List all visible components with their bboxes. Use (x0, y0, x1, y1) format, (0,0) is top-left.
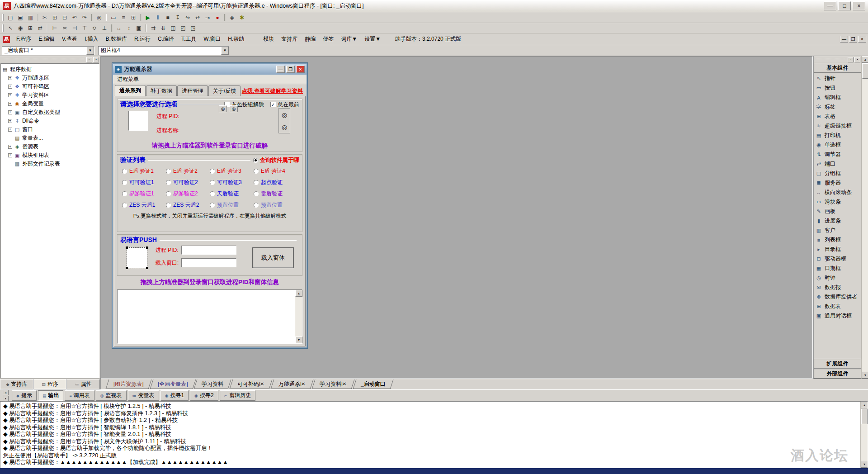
load-window-input[interactable] (181, 258, 236, 267)
scope-button-1[interactable]: ◎ (219, 105, 227, 112)
panel-close-button[interactable]: × (854, 57, 860, 62)
menu-item[interactable]: V.查看 (58, 34, 81, 44)
toolbar-icon[interactable]: ↶ (70, 13, 80, 22)
document-tab[interactable]: [全局变量表] (150, 379, 195, 389)
panel-float-button[interactable]: ▫ (86, 57, 92, 62)
panel-grip[interactable] (3, 59, 84, 61)
verify-radio[interactable]: 起点验证 (254, 179, 297, 186)
output-tab[interactable]: ◆ 提示 (12, 390, 37, 401)
verify-radio[interactable]: 天盾验证 (210, 190, 254, 198)
output-close-button[interactable]: × (3, 390, 9, 395)
radio-icon[interactable] (166, 169, 171, 174)
toolbar-icon[interactable]: ⊣ (70, 24, 80, 33)
aimer-drag-box[interactable] (128, 111, 148, 131)
output-pin-button[interactable]: ▪ (3, 396, 9, 401)
tree-root[interactable]: ▤ 程序数据 (2, 65, 98, 74)
radio-icon[interactable] (166, 180, 171, 185)
toolbar-icon[interactable] (47, 24, 48, 32)
scroll-down-icon[interactable]: ▼ (295, 337, 302, 343)
output-tab[interactable]: ◉ 搜寻2 (190, 390, 218, 401)
option-checkbox[interactable]: 总在最前 (270, 101, 299, 109)
radio-icon[interactable] (122, 169, 127, 174)
toolbar-icon[interactable]: ■ (163, 13, 173, 22)
toolbar-icon[interactable] (224, 14, 225, 21)
left-panel-tab[interactable]: ▤ 程序 (33, 379, 67, 389)
toolbar-icon[interactable]: ↫ (193, 13, 203, 22)
component-item[interactable]: ▮ 进度条 (815, 216, 861, 226)
output-scrollbar[interactable]: ▲ ▼ (860, 402, 868, 468)
component-item[interactable]: ◉ 单选框 (815, 140, 861, 150)
toolbar-grip[interactable] (2, 14, 4, 21)
mdi-close-button[interactable]: × (858, 36, 866, 43)
tree-item[interactable]: + ▦ 外部文件记录表 (2, 160, 98, 168)
tree-expander-icon[interactable]: + (8, 85, 12, 89)
verify-radio[interactable]: 可可验证2 (166, 179, 210, 186)
menu-item[interactable]: I.插入 (81, 34, 102, 44)
toolbar-icon[interactable]: ⊞ (25, 24, 35, 33)
tree-expander-icon[interactable]: + (8, 128, 12, 132)
radio-icon[interactable] (254, 191, 259, 196)
tree-item[interactable]: + ❖ 万能通杀区 (2, 74, 98, 82)
verify-radio[interactable]: ZES 云盾2 (166, 201, 210, 209)
output-log[interactable]: ◆ 易语言助手提醒您：启用☆官方插件 [ 模块守护 1.2.5 ] - 精易科技… (0, 402, 860, 468)
form-minimize-button[interactable]: — (276, 66, 285, 73)
radio-icon[interactable] (254, 180, 259, 185)
edit-scrollbar[interactable]: ▲ ▼ (295, 290, 302, 343)
document-tab[interactable]: [图片资源表] (106, 379, 151, 389)
verify-radio[interactable]: E盾 验证4 (254, 167, 297, 175)
toolbar-icon[interactable]: ✂ (40, 13, 50, 22)
control-select-combo[interactable]: 图片框4 ▼ (98, 46, 229, 55)
tree-expander-icon[interactable]: + (8, 102, 12, 106)
component-item[interactable]: 字 标签 (815, 102, 861, 112)
minimize-button[interactable]: — (824, 1, 836, 10)
load-form-button[interactable]: 载入窗体 (252, 247, 294, 268)
radio-icon[interactable] (210, 169, 215, 174)
tree-item[interactable]: + ▣ 自定义数据类型 (2, 108, 98, 117)
toolbar-icon[interactable]: ⊥ (99, 24, 109, 33)
mdi-restore-button[interactable]: ❐ (849, 36, 857, 43)
learning-material-link[interactable]: 点我.查看可破解学习资料 (242, 87, 303, 95)
form-tab[interactable]: 进程管理 (177, 85, 208, 96)
verify-radio[interactable]: E盾 验证2 (166, 167, 210, 175)
component-item[interactable]: ↖ 指针 (815, 74, 861, 83)
toolbar-icon[interactable]: ≎ (90, 24, 99, 33)
panel-grip[interactable] (816, 59, 845, 61)
toolbar-icon[interactable]: ⇉ (148, 24, 158, 33)
component-item[interactable]: ≣ 服务器 (815, 178, 861, 188)
assistant-menu-item[interactable]: 词库▼ (337, 34, 361, 44)
toolbar-icon[interactable]: ⇊ (158, 24, 168, 33)
component-item[interactable]: ▭ 按钮 (815, 83, 861, 93)
toolbar-icon[interactable]: ↬ (183, 13, 193, 22)
menu-item[interactable]: F.程序 (13, 34, 35, 44)
toolbar-icon[interactable] (146, 24, 146, 32)
mdi-minimize-button[interactable]: — (840, 36, 848, 43)
menu-item[interactable]: H.帮助 (224, 34, 248, 44)
tree-expander-icon[interactable]: + (8, 93, 12, 97)
radio-icon[interactable] (210, 191, 215, 196)
output-tab[interactable]: ≡ 调用表 (65, 390, 94, 401)
designed-form-window[interactable]: ◈ 万能通杀器 — ❐ × 进程菜单 通杀系列补丁数据进程管理关于/反馈 点我.… (112, 63, 307, 348)
output-tab[interactable]: ◎ 监视表 (96, 390, 127, 401)
radio-icon[interactable] (210, 180, 215, 185)
panel-float-button[interactable]: ▫ (848, 57, 854, 62)
toolbar-icon[interactable]: ✱ (237, 13, 247, 22)
form-menu-item[interactable]: 进程菜单 (117, 76, 139, 83)
toolbar-icon[interactable]: ▣ (134, 24, 144, 33)
panel-close-button[interactable]: × (93, 57, 99, 62)
toolbar-icon[interactable]: ⊟ (60, 13, 70, 22)
verify-radio[interactable]: 可可验证3 (210, 179, 254, 186)
component-item[interactable]: A 编辑框 (815, 93, 861, 102)
form-titlebar[interactable]: ◈ 万能通杀器 — ❐ × (113, 64, 307, 75)
toolbar-icon[interactable]: ⊞ (128, 13, 138, 22)
tree-expander-icon[interactable]: + (8, 153, 12, 157)
toolbar-icon[interactable]: ◰ (178, 24, 188, 33)
toolbar-icon[interactable]: ▢ (5, 13, 15, 22)
crosshair-icon[interactable]: ◎ (282, 124, 287, 130)
toolbar-icon[interactable]: ◎ (94, 13, 104, 22)
crosshair-icon[interactable]: ◎ (282, 112, 287, 118)
menu-item[interactable]: T.工具 (178, 34, 200, 44)
assistant-menu-item[interactable]: 静编 (301, 34, 319, 44)
toolbar-icon[interactable]: ↷ (80, 13, 90, 22)
menu-item[interactable]: E.编辑 (35, 34, 58, 44)
component-item[interactable]: ⊟ 驱动器框 (815, 254, 861, 264)
